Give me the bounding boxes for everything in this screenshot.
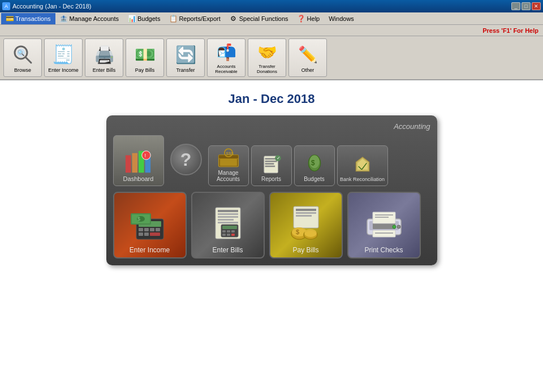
menu-label-special-functions: Special Functions: [239, 15, 288, 22]
transfer-donations-icon: 🤝: [255, 41, 279, 63]
bank-reconciliation-button[interactable]: Bank Reconciliation: [337, 145, 388, 186]
svg-rect-47: [218, 222, 238, 223]
toolbar-other-button[interactable]: ✏️ Other: [288, 38, 327, 77]
transfer-icon: 🔄: [174, 42, 197, 66]
top-row: ! Dashboard ? $$$: [113, 135, 430, 186]
toolbar-transfer-label: Transfer: [176, 67, 195, 73]
svg-rect-17: [265, 161, 277, 162]
help-text: Press 'F1' For Help: [482, 27, 538, 34]
menu-item-reports-export[interactable]: 📋 Reports/Export: [165, 13, 225, 24]
manage-accounts-label: Manage Accounts: [211, 170, 246, 182]
menu-label-reports-export: Reports/Export: [179, 15, 220, 22]
toolbar-enter-income-button[interactable]: 🧾 Enter Income: [44, 38, 83, 77]
maximize-button[interactable]: □: [522, 2, 531, 10]
svg-rect-53: [222, 234, 226, 236]
transactions-icon: 💳: [6, 15, 14, 23]
reports-export-icon: 📋: [169, 15, 177, 23]
reports-button[interactable]: ✓ Reports: [251, 145, 292, 186]
enter-income-icon: $: [124, 201, 175, 244]
menu-item-manage-accounts[interactable]: 🏦 Manage Accounts: [55, 13, 123, 24]
budgets-button[interactable]: $ Budgets: [294, 145, 335, 186]
toolbar-enter-bills-label: Enter Bills: [93, 67, 116, 73]
pay-bills-button[interactable]: $ Pay Bills: [269, 192, 343, 259]
menu-item-help[interactable]: ❓ Help: [293, 13, 325, 24]
svg-rect-4: [125, 155, 131, 173]
enter-bills-icon: 🖨️: [92, 42, 116, 66]
toolbar-transfer-donations-button[interactable]: 🤝 Transfer Donations: [248, 38, 286, 77]
accounts-receivable-icon: 📬: [214, 41, 238, 63]
svg-text:$: $: [311, 159, 314, 167]
pay-bills-label: Pay Bills: [292, 246, 318, 254]
budgets-label: Budgets: [304, 176, 325, 182]
svg-rect-55: [231, 234, 235, 236]
toolbar-transfer-button[interactable]: 🔄 Transfer: [166, 38, 205, 77]
menu-label-help: Help: [307, 15, 320, 22]
special-functions-icon: ⚙: [230, 15, 238, 23]
svg-point-8: [141, 151, 150, 160]
bank-reconciliation-label: Bank Reconciliation: [340, 176, 385, 182]
svg-rect-46: [218, 219, 234, 221]
svg-rect-54: [227, 234, 230, 236]
manage-accounts-button[interactable]: $$$ Manage Accounts: [208, 145, 249, 186]
svg-text:$: $: [296, 229, 299, 235]
enter-bills-button[interactable]: Enter Bills: [191, 192, 265, 259]
svg-rect-50: [222, 230, 226, 232]
menu-label-manage-accounts: Manage Accounts: [70, 15, 119, 22]
browse-icon: 🔍: [11, 42, 35, 66]
svg-rect-19: [265, 166, 275, 167]
toolbar-browse-button[interactable]: 🔍 Browse: [3, 38, 42, 77]
bottom-row: $ Enter Income: [113, 192, 430, 259]
print-checks-button[interactable]: Print Checks: [347, 192, 421, 259]
bank-reconciliation-icon: [350, 154, 375, 175]
svg-point-64: [304, 229, 317, 237]
enter-income-label: Enter Income: [130, 246, 170, 254]
svg-rect-45: [218, 216, 238, 218]
menu-label-windows: Windows: [329, 15, 354, 22]
svg-rect-36: [144, 232, 149, 236]
toolbar-accounts-receivable-button[interactable]: 📬 Accounts Receivable: [207, 38, 245, 77]
dashboard-button[interactable]: ! Dashboard: [113, 135, 164, 186]
pay-bills-icon: $: [281, 201, 331, 244]
svg-rect-31: [139, 228, 143, 231]
enter-bills-icon: [202, 201, 253, 244]
svg-rect-32: [144, 228, 149, 231]
svg-text:✓: ✓: [276, 156, 280, 161]
svg-rect-34: [156, 228, 160, 231]
svg-text:🔍: 🔍: [18, 49, 25, 57]
question-icon: ?: [170, 144, 202, 175]
help-bar: Press 'F1' For Help: [0, 25, 543, 36]
title-bar-controls[interactable]: _ □ ✕: [511, 2, 541, 10]
menu-label-budgets: Budgets: [137, 15, 160, 22]
menu-item-special-functions[interactable]: ⚙ Special Functions: [225, 13, 293, 24]
pay-bills-icon: 💵: [133, 42, 157, 66]
toolbar-pay-bills-label: Pay Bills: [135, 67, 155, 73]
enter-bills-label: Enter Bills: [212, 246, 243, 254]
svg-rect-51: [227, 230, 230, 232]
dashboard-panel: Accounting ! Dashboard: [106, 115, 437, 265]
minimize-button[interactable]: _: [511, 2, 520, 10]
svg-rect-44: [218, 213, 238, 215]
enter-income-button[interactable]: $ Enter Income: [113, 192, 187, 259]
budgets-icon: $: [302, 153, 327, 175]
menu-item-transactions[interactable]: 💳 Transactions: [1, 13, 55, 24]
toolbar-enter-bills-button[interactable]: 🖨️ Enter Bills: [85, 38, 123, 77]
svg-rect-70: [375, 217, 389, 218]
svg-text:$$$: $$$: [226, 151, 234, 156]
menu-bar: 💳 Transactions 🏦 Manage Accounts 📊 Budge…: [0, 12, 543, 25]
toolbar-other-label: Other: [301, 67, 314, 73]
menu-label-transactions: Transactions: [15, 15, 51, 22]
svg-point-74: [397, 225, 400, 229]
svg-line-1: [25, 57, 31, 63]
toolbar: 🔍 Browse 🧾 Enter Income 🖨️ Enter Bills 💵…: [0, 36, 543, 80]
panel-title: Accounting: [113, 122, 430, 131]
manage-accounts-icon: 🏦: [60, 15, 68, 23]
title-bar-left: A Accounting (Jan - Dec 2018): [2, 2, 91, 10]
svg-rect-35: [139, 232, 143, 236]
menu-item-budgets[interactable]: 📊 Budgets: [123, 13, 165, 24]
menu-item-windows[interactable]: Windows: [324, 13, 359, 24]
svg-rect-69: [375, 214, 393, 216]
toolbar-pay-bills-button[interactable]: 💵 Pay Bills: [126, 38, 164, 77]
close-button[interactable]: ✕: [532, 2, 541, 10]
svg-rect-58: [296, 212, 316, 214]
print-checks-label: Print Checks: [364, 246, 403, 254]
